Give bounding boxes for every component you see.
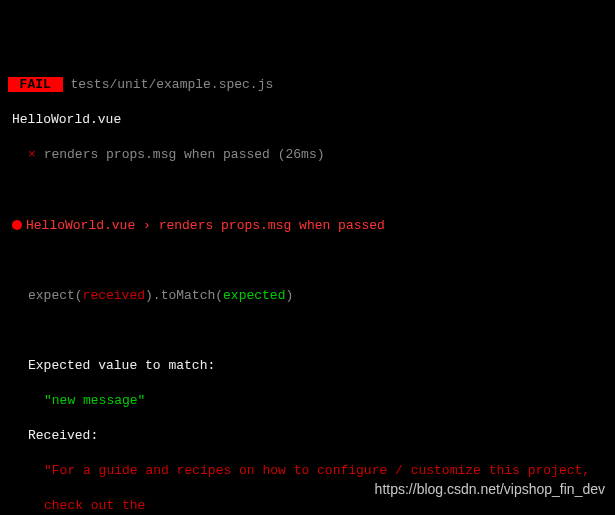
failure-component: HelloWorld.vue [26,218,135,233]
received-text-1: "For a guide and recipes on how to confi… [44,463,590,478]
expect-mid: ).toMatch( [145,288,223,303]
watermark: https://blog.csdn.net/vipshop_fin_dev [375,480,605,499]
component-file: HelloWorld.vue [12,112,121,127]
received-label: Received: [28,428,98,443]
fail-badge: FAIL [8,77,63,92]
failure-test-name: renders props.msg when passed [159,218,385,233]
failure-sep: › [143,218,151,233]
expect-received: received [83,288,145,303]
received-text-1b: check out the [44,498,145,513]
bullet-icon [12,220,22,230]
expect-prefix: expect( [28,288,83,303]
expect-suffix: ) [285,288,293,303]
expected-label: Expected value to match: [28,358,215,373]
test-time: (26ms) [278,147,325,162]
test-name: renders props.msg when passed [44,147,270,162]
expect-expected: expected [223,288,285,303]
cross-icon: × [28,147,36,162]
expected-value: "new message" [44,393,145,408]
test-file-path: tests/unit/example.spec.js [70,77,273,92]
